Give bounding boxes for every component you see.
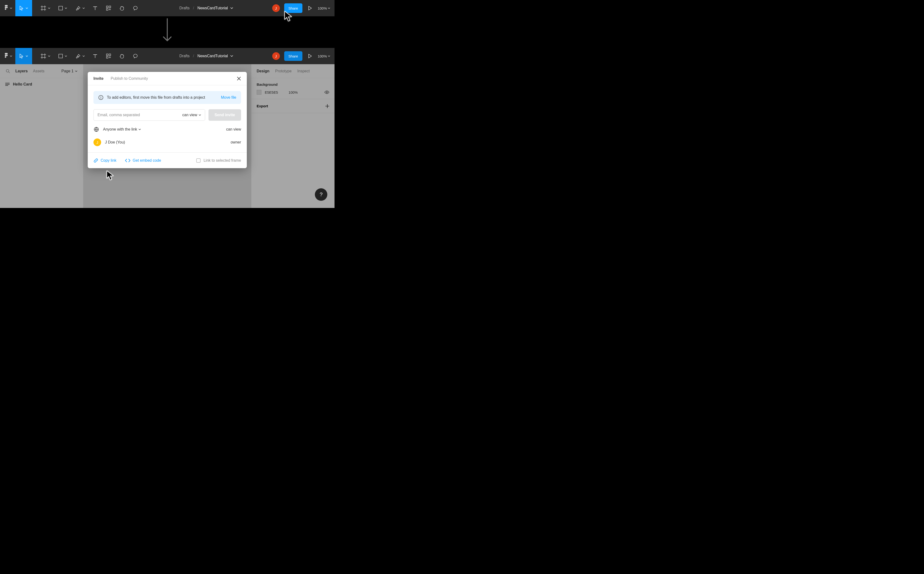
user-avatar: J bbox=[93, 139, 101, 146]
play-icon bbox=[308, 6, 312, 10]
breadcrumb-separator: / bbox=[193, 54, 194, 58]
toolbar-after: Drafts / NewsCardTutorial J Share 100% bbox=[0, 48, 334, 64]
cursor-icon bbox=[19, 54, 24, 58]
text-icon bbox=[93, 54, 98, 58]
modal-footer: Copy link Get embed code Link to selecte… bbox=[88, 152, 247, 168]
tab-publish[interactable]: Publish to Community bbox=[111, 76, 148, 81]
comment-tool[interactable] bbox=[130, 48, 140, 64]
comment-tool[interactable] bbox=[130, 0, 140, 16]
frame-tool[interactable] bbox=[39, 48, 52, 64]
pen-icon bbox=[75, 54, 80, 59]
text-tool[interactable] bbox=[90, 48, 100, 64]
chevron-down-icon bbox=[65, 55, 67, 57]
link-access-label[interactable]: Anyone with the link bbox=[103, 127, 141, 131]
info-text: To add editors, first move this file fro… bbox=[107, 95, 205, 100]
toolbar-left bbox=[0, 48, 140, 64]
svg-rect-0 bbox=[59, 6, 63, 10]
flow-arrow-icon bbox=[162, 18, 172, 44]
zoom-menu[interactable]: 100% bbox=[318, 6, 330, 10]
present-button[interactable] bbox=[307, 6, 314, 10]
link-to-frame-option[interactable]: Link to selected frame bbox=[196, 158, 241, 162]
toolbar-right: J Share 100% bbox=[272, 0, 334, 16]
breadcrumb-drafts[interactable]: Drafts bbox=[180, 54, 190, 58]
breadcrumb: Drafts / NewsCardTutorial bbox=[140, 54, 272, 58]
zoom-label: 100% bbox=[318, 54, 327, 58]
info-icon bbox=[98, 95, 104, 100]
frame-tool[interactable] bbox=[39, 0, 52, 16]
pen-icon bbox=[75, 6, 80, 11]
link-permission[interactable]: can view bbox=[226, 127, 241, 131]
chevron-down-icon bbox=[82, 8, 85, 9]
permission-label: can view bbox=[182, 113, 197, 117]
move-file-link[interactable]: Move file bbox=[221, 95, 236, 100]
frame-icon bbox=[41, 6, 46, 11]
figma-logo-icon bbox=[4, 53, 8, 59]
copy-link-button[interactable]: Copy link bbox=[93, 158, 117, 163]
user-avatar[interactable]: J bbox=[272, 4, 280, 12]
send-invite-button[interactable]: Send invite bbox=[208, 109, 241, 121]
invite-row: Email, comma separated can view Send inv… bbox=[93, 109, 241, 121]
chevron-down-icon bbox=[26, 55, 28, 57]
svg-rect-4 bbox=[59, 54, 63, 58]
file-name[interactable]: NewsCardTutorial bbox=[197, 54, 233, 58]
info-banner: To add editors, first move this file fro… bbox=[93, 91, 241, 104]
present-button[interactable] bbox=[307, 54, 314, 58]
svg-rect-3 bbox=[106, 9, 108, 10]
email-input[interactable]: Email, comma separated can view bbox=[93, 109, 205, 121]
chevron-down-icon bbox=[328, 8, 330, 9]
toolbar-right: J Share 100% bbox=[272, 48, 334, 64]
close-button[interactable] bbox=[237, 76, 241, 81]
move-tool[interactable] bbox=[15, 0, 32, 16]
modal-body: To add editors, first move this file fro… bbox=[88, 85, 247, 152]
pen-tool[interactable] bbox=[73, 0, 87, 16]
tab-invite[interactable]: Invite bbox=[93, 76, 104, 81]
chevron-down-icon bbox=[26, 8, 28, 9]
hand-tool[interactable] bbox=[117, 48, 127, 64]
hand-icon bbox=[119, 6, 125, 11]
code-icon bbox=[125, 159, 130, 162]
chevron-down-icon bbox=[82, 55, 85, 57]
user-avatar[interactable]: J bbox=[272, 52, 280, 60]
link-icon bbox=[93, 158, 98, 163]
chevron-down-icon bbox=[48, 55, 50, 57]
modal-header: Invite Publish to Community bbox=[88, 72, 247, 85]
user-role: owner bbox=[230, 140, 241, 145]
toolbar-before: Drafts / NewsCardTutorial J Share 100% bbox=[0, 0, 334, 16]
share-button[interactable]: Share bbox=[284, 3, 303, 13]
resources-tool[interactable] bbox=[104, 0, 114, 16]
breadcrumb-drafts[interactable]: Drafts bbox=[180, 6, 190, 10]
link-access-row: Anyone with the link can view bbox=[93, 126, 241, 133]
permission-selector[interactable]: can view bbox=[182, 113, 201, 117]
pen-tool[interactable] bbox=[73, 48, 87, 64]
main-menu-button[interactable] bbox=[0, 48, 15, 64]
checkbox[interactable] bbox=[196, 158, 200, 162]
rectangle-icon bbox=[58, 54, 63, 58]
svg-rect-1 bbox=[106, 6, 108, 8]
chevron-down-icon bbox=[10, 55, 12, 57]
breadcrumb: Drafts / NewsCardTutorial bbox=[140, 6, 272, 10]
shape-tool[interactable] bbox=[56, 0, 69, 16]
embed-code-button[interactable]: Get embed code bbox=[125, 158, 161, 162]
text-tool[interactable] bbox=[90, 0, 100, 16]
chevron-down-icon bbox=[10, 8, 12, 9]
chevron-down-icon bbox=[230, 7, 233, 9]
help-button[interactable]: ? bbox=[315, 188, 327, 201]
main-menu-button[interactable] bbox=[0, 0, 15, 16]
chevron-down-icon bbox=[328, 55, 330, 57]
chevron-down-icon bbox=[230, 55, 233, 57]
file-name[interactable]: NewsCardTutorial bbox=[197, 6, 233, 10]
hand-tool[interactable] bbox=[117, 0, 127, 16]
move-tool[interactable] bbox=[15, 48, 32, 64]
play-icon bbox=[308, 54, 312, 58]
cursor-icon bbox=[19, 6, 24, 11]
zoom-menu[interactable]: 100% bbox=[318, 54, 330, 58]
shape-tool[interactable] bbox=[56, 48, 69, 64]
svg-rect-5 bbox=[106, 54, 108, 55]
chevron-down-icon bbox=[199, 114, 201, 116]
resources-tool[interactable] bbox=[104, 48, 114, 64]
share-button[interactable]: Share bbox=[284, 51, 303, 61]
file-name-label: NewsCardTutorial bbox=[197, 6, 228, 10]
chevron-down-icon bbox=[139, 129, 141, 130]
breadcrumb-separator: / bbox=[193, 6, 194, 10]
link-to-frame-label: Link to selected frame bbox=[203, 158, 241, 162]
